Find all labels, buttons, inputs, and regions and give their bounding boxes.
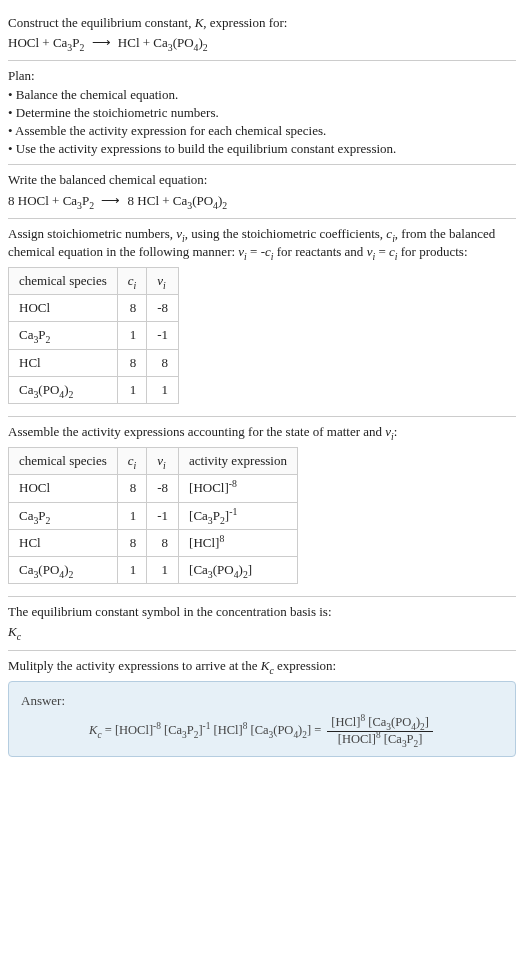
stoich-reactants: for reactants and xyxy=(274,244,367,259)
arrow-icon: ⟶ xyxy=(88,35,115,50)
table-row: HCl 8 8 xyxy=(9,349,179,376)
title-suffix: , expression for: xyxy=(203,15,287,30)
activity-h1: Assemble the activity expressions accoun… xyxy=(8,424,385,439)
plan-heading: Plan: xyxy=(8,67,516,85)
vi-cell: -8 xyxy=(147,475,179,502)
kc-denominator: [HOCl]8 [Ca3P2] xyxy=(327,732,433,747)
ci-cell: 1 xyxy=(117,556,147,583)
col-activity: activity expression xyxy=(179,448,298,475)
ci-cell: 1 xyxy=(117,322,147,349)
stoich-text: Assign stoichiometric numbers, νi, using… xyxy=(8,225,516,261)
title-prefix: Construct the equilibrium constant, xyxy=(8,15,195,30)
stoich-t2: , using the stoichiometric coefficients, xyxy=(185,226,387,241)
species-cell: Ca3(PO4)2 xyxy=(9,556,118,583)
ci-cell: 1 xyxy=(117,502,147,529)
stoich-section: Assign stoichiometric numbers, νi, using… xyxy=(8,219,516,416)
species-cell: HOCl xyxy=(9,295,118,322)
species-text: HCl xyxy=(19,355,41,370)
multiply-section: Mulitply the activity expressions to arr… xyxy=(8,651,516,766)
species-cell: HCl xyxy=(9,349,118,376)
vi-cell: -1 xyxy=(147,502,179,529)
sub-2: 2 xyxy=(89,199,94,210)
answer-box: Answer: Kc = [HOCl]-8 [Ca3P2]-1 [HCl]8 [… xyxy=(8,681,516,758)
col-vi: νi xyxy=(147,268,179,295)
table-row: Ca3(PO4)2 1 1 [Ca3(PO4)2] xyxy=(9,556,298,583)
vi-cell: -8 xyxy=(147,295,179,322)
problem-statement: Construct the equilibrium constant, K, e… xyxy=(8,8,516,60)
eq-lhs-1: HOCl + Ca xyxy=(8,35,67,50)
table-header-row: chemical species ci νi activity expressi… xyxy=(9,448,298,475)
sub: 2 xyxy=(46,334,51,345)
activity-h2: : xyxy=(394,424,398,439)
multiply-t2: expression: xyxy=(274,658,336,673)
sub-i: i xyxy=(134,460,137,471)
multiply-text: Mulitply the activity expressions to arr… xyxy=(8,657,516,675)
table-row: Ca3P2 1 -1 [Ca3P2]-1 xyxy=(9,502,298,529)
balanced-heading: Write the balanced chemical equation: xyxy=(8,171,516,189)
sub-i: i xyxy=(163,280,166,291)
species-cell: HOCl xyxy=(9,475,118,502)
species-cell: Ca3P2 xyxy=(9,502,118,529)
vi-cell: 8 xyxy=(147,349,179,376)
k-symbol: K xyxy=(8,624,17,639)
activity-section: Assemble the activity expressions accoun… xyxy=(8,417,516,596)
activity-cell: [HOCl]-8 xyxy=(179,475,298,502)
col-ci: ci xyxy=(117,268,147,295)
equals: = xyxy=(102,723,115,737)
species-text: (PO xyxy=(38,382,59,397)
eq-rhs-2: (PO xyxy=(173,35,194,50)
table-header-row: chemical species ci νi xyxy=(9,268,179,295)
table-row: HCl 8 8 [HCl]8 xyxy=(9,529,298,556)
stoich-rel1b: = - xyxy=(247,244,265,259)
vi-cell: 1 xyxy=(147,556,179,583)
stoich-products: for products: xyxy=(397,244,467,259)
beq-3: 8 HCl + Ca xyxy=(128,193,188,208)
activity-cell: [Ca3(PO4)2] xyxy=(179,556,298,583)
col-species: chemical species xyxy=(9,268,118,295)
col-ci: ci xyxy=(117,448,147,475)
sub-2: 2 xyxy=(222,199,227,210)
activity-cell: [HCl]8 xyxy=(179,529,298,556)
table-row: HOCl 8 -8 xyxy=(9,295,179,322)
plan-bullet-1: • Balance the chemical equation. xyxy=(8,86,516,104)
col-species: chemical species xyxy=(9,448,118,475)
activity-cell: [Ca3P2]-1 xyxy=(179,502,298,529)
kc-basis-text: The equilibrium constant symbol in the c… xyxy=(8,603,516,621)
species-cell: HCl xyxy=(9,529,118,556)
answer-label: Answer: xyxy=(21,692,503,710)
ci-cell: 8 xyxy=(117,529,147,556)
multiply-t1: Mulitply the activity expressions to arr… xyxy=(8,658,261,673)
plan-section: Plan: • Balance the chemical equation. •… xyxy=(8,61,516,164)
ci-cell: 8 xyxy=(117,349,147,376)
balanced-section: Write the balanced chemical equation: 8 … xyxy=(8,165,516,217)
stoich-table: chemical species ci νi HOCl 8 -8 Ca3P2 1… xyxy=(8,267,179,404)
kc-symbol-line: Kc xyxy=(8,623,516,641)
beq-4: (PO xyxy=(192,193,213,208)
unbalanced-equation: HOCl + Ca3P2 ⟶ HCl + Ca3(PO4)2 xyxy=(8,34,516,52)
species-text: P xyxy=(38,327,45,342)
vi-cell: -1 xyxy=(147,322,179,349)
species-cell: Ca3P2 xyxy=(9,322,118,349)
kc-lhs: Kc = [HOCl]-8 [Ca3P2]-1 [HCl]8 [Ca3(PO4)… xyxy=(89,722,321,740)
ci-cell: 1 xyxy=(117,376,147,403)
plan-bullet-2: • Determine the stoichiometric numbers. xyxy=(8,104,516,122)
vi-cell: 1 xyxy=(147,376,179,403)
sub: 2 xyxy=(69,388,74,399)
table-row: HOCl 8 -8 [HOCl]-8 xyxy=(9,475,298,502)
stoich-t1: Assign stoichiometric numbers, xyxy=(8,226,176,241)
species-text: Ca xyxy=(19,382,33,397)
col-vi: νi xyxy=(147,448,179,475)
kc-fraction: [HCl]8 [Ca3(PO4)2] [HOCl]8 [Ca3P2] xyxy=(325,716,435,747)
sub-2: 2 xyxy=(79,42,84,53)
sub-2: 2 xyxy=(203,42,208,53)
species-text: Ca xyxy=(19,327,33,342)
species-cell: Ca3(PO4)2 xyxy=(9,376,118,403)
kc-basis-section: The equilibrium constant symbol in the c… xyxy=(8,597,516,649)
stoich-rel2b: = xyxy=(375,244,389,259)
arrow-icon: ⟶ xyxy=(97,193,124,208)
kc-equation: Kc = [HOCl]-8 [Ca3P2]-1 [HCl]8 [Ca3(PO4)… xyxy=(21,716,503,747)
beq-1: 8 HOCl + Ca xyxy=(8,193,77,208)
ci-cell: 8 xyxy=(117,295,147,322)
plan-bullet-3: • Assemble the activity expression for e… xyxy=(8,122,516,140)
ci-cell: 8 xyxy=(117,475,147,502)
